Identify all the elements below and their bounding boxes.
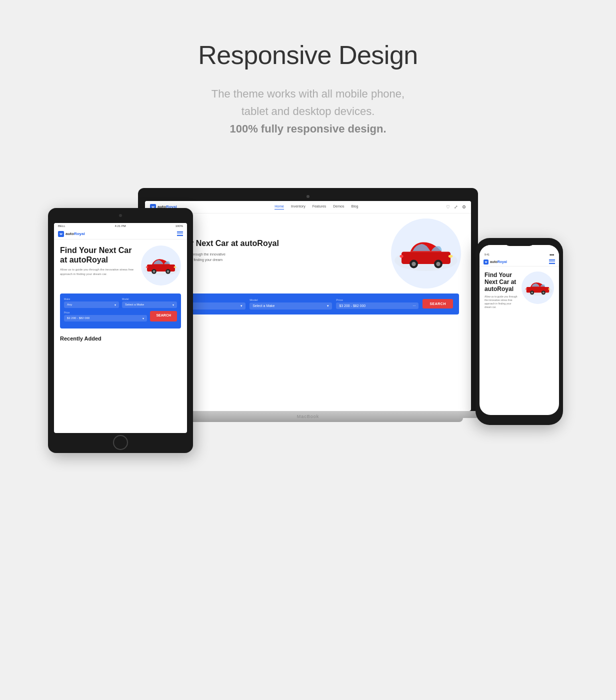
search-button-tablet[interactable]: SEARCH (150, 311, 177, 322)
nav-inventory[interactable]: Inventory (291, 204, 306, 210)
tablet-hero-title: Find Your Next Car at autoRoyal (60, 246, 137, 264)
nav-blog[interactable]: Blog (351, 204, 358, 210)
svg-point-15 (146, 266, 148, 268)
tablet-camera (119, 214, 122, 217)
car-image-laptop (391, 218, 461, 288)
car-circle-laptop (391, 218, 461, 288)
nav-icons: ♡ ⤢ ⚙ (446, 204, 466, 210)
tablet-screen: BELL 4:21 PM 100% W autoRoyal (54, 223, 187, 433)
page-title: Responsive Design (198, 40, 418, 70)
phone-device: 9:41 ■■■ W autoRoyal (476, 238, 563, 425)
tablet-search-box: Make Any▾ Model Select a Make▾ (60, 294, 181, 328)
browser-nav: W autoRoyal Home Inventory Features Demo… (145, 201, 471, 214)
phone-hero-title: Find Your Next Car at autoRoyal (484, 272, 518, 293)
phone-logo: W autoRoyal (484, 260, 507, 264)
tablet-search-row1: Make Any▾ Model Select a Make▾ (64, 298, 177, 308)
hero-subtitle: The theme works with all mobile phone, t… (198, 85, 418, 138)
car-image-phone (522, 272, 554, 304)
settings-icon[interactable]: ⚙ (462, 204, 466, 210)
svg-point-23 (526, 288, 527, 290)
phone-content: Find Your Next Car at autoRoyal Allow us… (480, 266, 559, 319)
svg-point-6 (448, 254, 452, 258)
phone-status-bar: 9:41 ■■■ (480, 245, 559, 258)
search-button-laptop[interactable]: SEARCH (422, 299, 453, 308)
nav-demos[interactable]: Demos (333, 204, 344, 210)
price-input-tablet[interactable]: $3 200 - $82 000▾ (64, 315, 147, 322)
tablet-frame: BELL 4:21 PM 100% W autoRoyal (48, 208, 193, 453)
svg-point-21 (542, 292, 544, 294)
svg-point-11 (153, 270, 156, 272)
tablet-status-bar: BELL 4:21 PM 100% (54, 223, 187, 229)
car-image-tablet (141, 246, 181, 286)
tablet-battery: 100% (176, 224, 183, 228)
price-field-laptop: Price $3 200 - $82 000 ··· (336, 298, 418, 309)
svg-rect-9 (147, 264, 175, 272)
tablet-device: BELL 4:21 PM 100% W autoRoyal (48, 208, 193, 453)
tablet-nav: W autoRoyal (54, 229, 187, 240)
fullscreen-icon[interactable]: ⤢ (454, 204, 458, 210)
tablet-search-row2: Price $3 200 - $82 000▾ SEARCH (64, 311, 177, 322)
model-label-laptop: Model (250, 298, 332, 302)
car-circle-tablet (141, 246, 181, 286)
svg-point-13 (167, 270, 170, 272)
svg-rect-17 (526, 286, 550, 292)
nav-features[interactable]: Features (312, 204, 326, 210)
phone-hero-subtitle: Allow us to guide you through the innova… (484, 295, 518, 309)
browser-hero: Find Your Next Car at autoRoyal Allow us… (145, 214, 471, 294)
heart-icon[interactable]: ♡ (446, 204, 450, 210)
more-icon: ··· (413, 304, 416, 308)
hamburger-menu-phone[interactable] (549, 260, 555, 264)
car-circle-phone (522, 272, 554, 304)
model-field-laptop: Model Select a Make ▾ (250, 298, 332, 310)
price-label-laptop: Price (336, 298, 418, 302)
phone-notch (504, 238, 534, 246)
svg-rect-1 (402, 252, 450, 264)
hero-section: Responsive Design The theme works with a… (198, 40, 418, 138)
tablet-signal: BELL (58, 224, 66, 228)
svg-point-14 (174, 266, 176, 268)
tablet-hero: Find Your Next Car at autoRoyal Allow us… (60, 246, 181, 286)
nav-home[interactable]: Home (274, 204, 284, 210)
hamburger-menu-tablet[interactable] (177, 232, 183, 236)
tablet-home-button[interactable] (113, 435, 128, 450)
phone-screen: 9:41 ■■■ W autoRoyal (480, 245, 559, 415)
tablet-hero-text: Find Your Next Car at autoRoyal Allow us… (60, 246, 137, 276)
svg-point-3 (412, 262, 416, 266)
svg-point-7 (400, 254, 404, 258)
phone-hero: Find Your Next Car at autoRoyal Allow us… (484, 272, 554, 309)
chevron-icon: ▾ (240, 304, 242, 308)
make-label-tablet: Make (64, 298, 119, 300)
tablet-brand-name: autoRoyal (66, 232, 85, 236)
laptop-camera (306, 195, 310, 198)
model-input-laptop[interactable]: Select a Make ▾ (250, 302, 332, 310)
tablet-logo-icon: W (58, 231, 64, 237)
model-field-tablet: Model Select a Make▾ (122, 298, 177, 308)
phone-frame: 9:41 ■■■ W autoRoyal (476, 238, 563, 425)
phone-brand-name: autoRoyal (490, 260, 507, 264)
recently-added-tablet: Recently Added (60, 336, 181, 342)
nav-links: Home Inventory Features Demos Blog (187, 204, 446, 210)
svg-point-5 (436, 262, 440, 266)
svg-point-19 (531, 292, 533, 294)
model-label-tablet: Model (122, 298, 177, 300)
devices-showcase: W autoRoyal Home Inventory Features Demo… (58, 188, 558, 528)
price-field-tablet: Price $3 200 - $82 000▾ (64, 311, 147, 322)
laptop-screen: W autoRoyal Home Inventory Features Demo… (145, 201, 471, 411)
tablet-logo: W autoRoyal (58, 231, 85, 237)
price-label-tablet: Price (64, 311, 147, 314)
tablet-content: Find Your Next Car at autoRoyal Allow us… (54, 240, 187, 348)
model-input-tablet[interactable]: Select a Make▾ (122, 302, 177, 308)
price-input-laptop[interactable]: $3 200 - $82 000 ··· (336, 302, 418, 309)
svg-point-22 (548, 288, 550, 290)
tablet-hero-subtitle: Allow us to guide you through the innova… (60, 268, 137, 276)
phone-logo-icon: W (484, 260, 488, 264)
tablet-time: 4:21 PM (114, 224, 126, 228)
recently-added-laptop: Recently Added (145, 314, 471, 326)
phone-hero-text: Find Your Next Car at autoRoyal Allow us… (484, 272, 518, 309)
phone-nav: W autoRoyal (480, 258, 559, 266)
make-field-tablet: Make Any▾ (64, 298, 119, 308)
chevron-icon-2: ▾ (327, 304, 329, 308)
make-input-tablet[interactable]: Any▾ (64, 302, 119, 308)
phone-battery: ■■■ (550, 253, 554, 256)
phone-time: 9:41 (484, 253, 490, 256)
